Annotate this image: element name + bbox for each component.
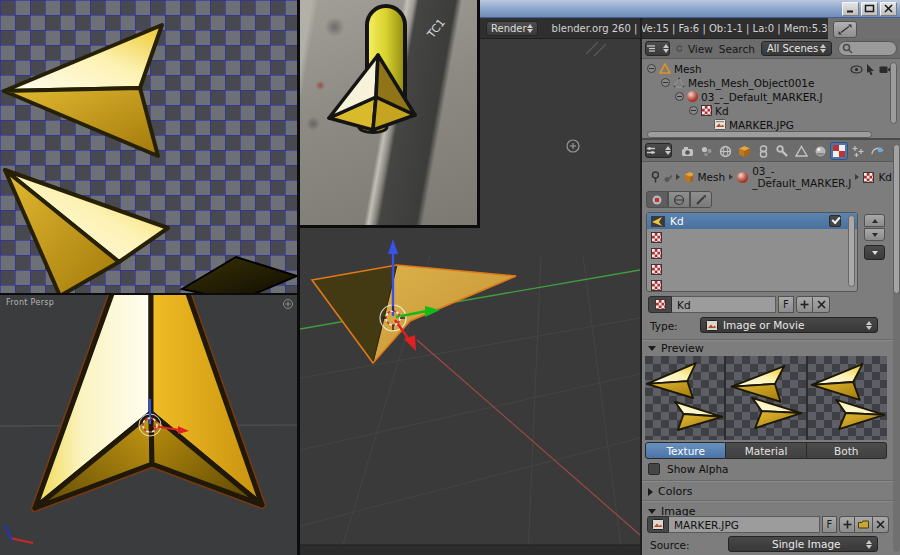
fullscreen-toggle-button[interactable] xyxy=(833,21,857,38)
material-texture-toggle[interactable] xyxy=(646,191,668,208)
preview-tab-both[interactable]: Both xyxy=(807,442,887,459)
breadcrumb-texture[interactable]: Kd xyxy=(878,171,892,183)
properties-scrollbar-thumb[interactable] xyxy=(893,144,900,294)
image-icon xyxy=(706,320,718,331)
open-image-button[interactable] xyxy=(855,516,873,533)
texture-slot-empty[interactable] xyxy=(647,277,857,292)
slot-enabled-checkbox[interactable] xyxy=(829,215,841,227)
tab-physics-icon[interactable] xyxy=(868,142,886,160)
tab-constraints-icon[interactable] xyxy=(754,142,772,160)
minimize-button[interactable] xyxy=(842,2,859,16)
menu-view[interactable]: View xyxy=(688,43,713,55)
image-icon xyxy=(652,519,664,530)
collapse-icon[interactable] xyxy=(689,106,698,115)
browse-id-icon[interactable] xyxy=(663,171,672,183)
texture-browse-button[interactable] xyxy=(648,296,672,313)
info-header: Render blender.org 260 | Ve:15 | Fa:6 | … xyxy=(480,18,828,39)
mesh-icon xyxy=(659,63,671,74)
fake-user-button[interactable]: F xyxy=(778,296,794,313)
new-image-button[interactable] xyxy=(839,516,855,533)
preview-tab-texture[interactable]: Texture xyxy=(645,442,726,459)
texture-slot-empty[interactable] xyxy=(647,245,857,261)
tab-material-icon[interactable] xyxy=(811,142,829,160)
image-source-dropdown[interactable]: Single Image xyxy=(728,536,878,552)
show-alpha-checkbox[interactable] xyxy=(648,463,660,475)
unlink-image-button[interactable] xyxy=(873,516,889,533)
menu-search[interactable]: Search xyxy=(719,43,755,55)
outliner-item-image[interactable]: MARKER.JPG xyxy=(714,118,794,131)
uv-image-editor[interactable] xyxy=(0,0,297,293)
render-engine-dropdown[interactable]: Render xyxy=(486,21,538,36)
maximize-button[interactable] xyxy=(861,2,878,16)
tab-scene-icon[interactable] xyxy=(697,142,715,160)
unlink-texture-button[interactable] xyxy=(813,296,830,313)
collapse-icon[interactable] xyxy=(661,78,670,87)
viewport-label: Front Persp xyxy=(6,298,54,307)
colors-panel-header[interactable]: Colors xyxy=(648,485,692,498)
preview-panel-header[interactable]: Preview xyxy=(648,342,704,355)
tab-texture-icon[interactable] xyxy=(830,142,848,160)
tab-render-icon[interactable] xyxy=(678,142,696,160)
close-button[interactable] xyxy=(880,2,897,16)
image-name-field[interactable]: MARKER.JPG xyxy=(669,516,820,533)
pin-icon[interactable] xyxy=(650,171,659,183)
texture-icon xyxy=(863,172,874,183)
texture-name-field[interactable]: Kd xyxy=(672,296,776,313)
new-texture-button[interactable] xyxy=(796,296,813,313)
header-dot-icon xyxy=(676,45,682,52)
properties-editor-selector[interactable] xyxy=(645,143,672,158)
viewport-border-vertical[interactable] xyxy=(297,0,300,555)
panel-border[interactable] xyxy=(640,18,642,555)
outliner-vscrollbar[interactable] xyxy=(890,62,897,124)
collapse-icon[interactable] xyxy=(647,64,656,73)
outliner-item-meshdata[interactable]: Mesh_Mesh_Object001e xyxy=(661,76,815,89)
image-fake-user-button[interactable]: F xyxy=(822,516,837,533)
front-arrow-object[interactable] xyxy=(35,295,262,508)
texture-icon xyxy=(651,232,662,243)
viewport-border-horizontal[interactable] xyxy=(0,293,297,295)
tab-modifiers-icon[interactable] xyxy=(773,142,791,160)
slot-list-scrollbar[interactable] xyxy=(848,215,855,287)
tab-particles-icon[interactable] xyxy=(849,142,867,160)
tab-world-icon[interactable] xyxy=(716,142,734,160)
cursor-select-icon[interactable] xyxy=(866,64,876,75)
slot-specials-menu-button[interactable] xyxy=(864,245,885,260)
slot-move-down-button[interactable] xyxy=(864,228,885,241)
outliner-hscrollbar[interactable] xyxy=(647,131,872,138)
z-axis-handle[interactable] xyxy=(388,239,398,254)
brush-texture-toggle[interactable] xyxy=(690,191,712,208)
editor-type-selector[interactable] xyxy=(645,41,670,56)
breadcrumb: Mesh 03_-_Default_MARKER.J Kd xyxy=(642,166,900,188)
front-toolbar-expand-icon[interactable] xyxy=(284,300,293,309)
texture-type-dropdown[interactable]: Image or Movie xyxy=(700,317,878,333)
texture-slot-empty[interactable] xyxy=(647,229,857,245)
preview-tile xyxy=(726,356,805,440)
preview-tab-material[interactable]: Material xyxy=(726,442,806,459)
slot-move-up-button[interactable] xyxy=(864,214,885,227)
viewport-front[interactable]: Front Persp xyxy=(0,295,297,555)
toolbar-expand-icon[interactable] xyxy=(567,140,579,152)
right-panel: View Search All Scenes Mesh xyxy=(642,39,900,555)
outliner-item-mesh[interactable]: Mesh xyxy=(647,62,702,75)
outliner-header: View Search All Scenes xyxy=(642,39,900,59)
outliner-search-input[interactable] xyxy=(838,41,897,56)
panel-collapsed-icon xyxy=(648,488,653,496)
separator xyxy=(642,339,900,340)
eye-icon[interactable] xyxy=(850,65,863,74)
tab-object-icon[interactable] xyxy=(735,142,753,160)
area-resize-grip[interactable] xyxy=(586,42,606,56)
world-texture-toggle[interactable] xyxy=(668,191,690,208)
display-filter-dropdown[interactable]: All Scenes xyxy=(761,41,833,56)
breadcrumb-object[interactable]: Mesh xyxy=(697,171,725,183)
texture-slot-selected[interactable]: Kd xyxy=(647,213,857,229)
viewport-header-strip xyxy=(300,545,640,555)
texture-slot-empty[interactable] xyxy=(647,261,857,277)
breadcrumb-material[interactable]: 03_-_Default_MARKER.J xyxy=(752,165,851,189)
collapse-icon[interactable] xyxy=(675,92,684,101)
tab-object-data-icon[interactable] xyxy=(792,142,810,160)
outliner-item-material[interactable]: 03_-_Default_MARKER.J xyxy=(675,90,823,103)
texture-name-row: Kd F xyxy=(648,296,830,313)
image-browse-button[interactable] xyxy=(647,516,669,533)
breadcrumb-separator xyxy=(855,174,859,180)
outliner-item-texture[interactable]: Kd xyxy=(689,104,729,117)
